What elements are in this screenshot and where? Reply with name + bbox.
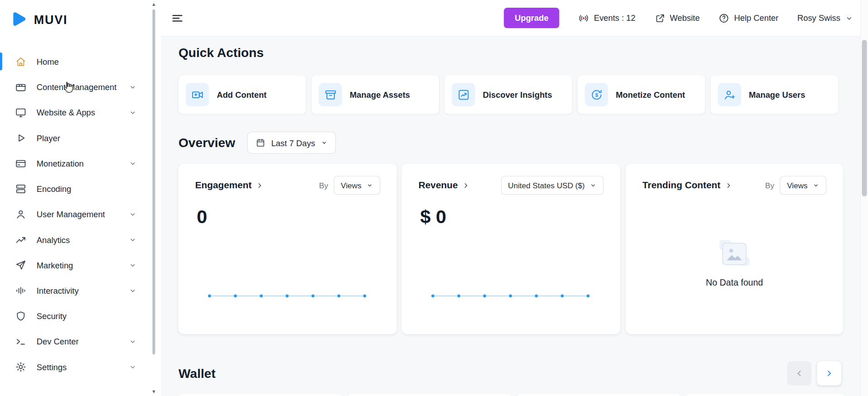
wallet-prev-button[interactable] <box>787 361 811 386</box>
sidebar-item-label: Monetization <box>37 158 84 168</box>
currency-dropdown[interactable]: United States USD ($) <box>501 176 603 195</box>
quick-action-label: Manage Users <box>749 90 805 100</box>
scroll-up-arrow-icon[interactable]: ▲ <box>147 2 161 7</box>
quick-action-discover-insights[interactable]: Discover Insights <box>444 75 572 114</box>
brand-logo[interactable]: MUVI <box>0 0 147 30</box>
quick-action-label: Add Content <box>217 90 266 100</box>
page-scrollbar-thumb[interactable] <box>862 40 867 196</box>
calendar-icon <box>256 138 265 148</box>
upgrade-button[interactable]: Upgrade <box>504 8 559 28</box>
revenue-value: $ 0 <box>420 206 603 228</box>
chevron-down-icon <box>366 182 373 189</box>
quick-actions-title: Quick Actions <box>178 45 264 60</box>
sidebar-item-label: Settings <box>37 362 67 372</box>
dollar-refresh-icon: $ <box>585 83 608 106</box>
wallet-next-button[interactable] <box>817 361 841 386</box>
chevron-down-icon <box>129 235 137 243</box>
wallet-title: Wallet <box>178 366 216 381</box>
sidebar-item-label: Security <box>37 311 67 320</box>
shield-icon <box>15 310 27 322</box>
sidebar-item-label: Player <box>37 133 60 143</box>
date-range-dropdown[interactable]: Last 7 Days <box>247 132 336 154</box>
views-filter-dropdown[interactable]: Views <box>780 176 826 195</box>
sidebar-item-encoding[interactable]: Encoding <box>0 176 147 201</box>
card-title: Engagement <box>195 180 252 191</box>
help-center-label: Help Center <box>734 13 778 23</box>
revenue-title-link[interactable]: Revenue <box>419 180 470 191</box>
waveform-icon <box>15 285 27 296</box>
sidebar-item-label: Encoding <box>37 184 72 193</box>
sidebar-item-website-apps[interactable]: Website & Apps <box>0 100 147 125</box>
chevron-down-icon <box>129 337 137 345</box>
quick-action-monetize-content[interactable]: $ Monetize Content <box>578 75 705 114</box>
play-icon <box>15 132 27 143</box>
no-data-text: No Data found <box>626 278 843 288</box>
wallet-card-stub <box>685 394 845 396</box>
brand-name: MUVI <box>34 13 68 27</box>
sidebar-item-home[interactable]: Home <box>0 49 147 74</box>
quick-action-label: Manage Assets <box>350 90 410 100</box>
chevron-down-icon <box>129 261 137 269</box>
chevron-down-icon <box>129 210 137 218</box>
views-filter-dropdown[interactable]: Views <box>333 176 380 195</box>
chevron-down-icon <box>813 182 820 189</box>
sidebar-item-player[interactable]: Player <box>0 125 147 150</box>
wallet-card-stub <box>178 394 342 396</box>
sidebar-scrollbar: ▲ ▼ <box>147 0 161 396</box>
trending-content-card: Trending Content By Views No Data found <box>626 164 843 334</box>
chevron-down-icon <box>129 286 137 294</box>
clapperboard-icon <box>15 81 27 93</box>
sidebar-item-interactivity[interactable]: Interactivity <box>0 277 147 303</box>
sidebar-item-marketing[interactable]: Marketing <box>0 252 147 277</box>
scroll-down-arrow-icon[interactable]: ▼ <box>147 389 161 394</box>
quick-action-label: Monetize Content <box>616 90 685 100</box>
sidebar: MUVI Home Content Management Website & A… <box>0 0 147 396</box>
sidebar-scrollbar-thumb[interactable] <box>152 10 155 355</box>
dropdown-value: Views <box>787 181 807 190</box>
quick-action-manage-users[interactable]: Manage Users <box>711 75 838 114</box>
quick-actions-row: Add Content Manage Assets Discover Insig… <box>178 75 838 114</box>
overview-header: Overview Last 7 Days <box>178 132 336 154</box>
external-link-icon <box>654 12 665 23</box>
chevron-down-icon <box>129 108 137 116</box>
revenue-card: Revenue United States USD ($) $ 0 <box>402 164 620 334</box>
user-menu[interactable]: Rosy Swiss <box>797 13 854 23</box>
page-scrollbar <box>860 0 868 396</box>
svg-text:$: $ <box>595 92 598 97</box>
chevron-down-icon <box>321 139 328 146</box>
user-icon <box>15 208 27 220</box>
chevron-down-icon <box>845 14 854 23</box>
quick-action-manage-assets[interactable]: Manage Assets <box>312 75 439 114</box>
card-title: Revenue <box>419 180 458 191</box>
sidebar-item-label: User Management <box>37 210 105 219</box>
broadcast-icon <box>579 12 589 23</box>
engagement-title-link[interactable]: Engagement <box>195 180 264 191</box>
dropdown-value: Views <box>341 181 361 190</box>
sidebar-item-settings[interactable]: Settings <box>0 354 147 379</box>
sidebar-item-user-management[interactable]: User Management <box>0 201 147 227</box>
sidebar-item-analytics[interactable]: Analytics <box>0 227 147 252</box>
top-bar-actions: Upgrade Events : 12 Website Help Center <box>504 8 854 28</box>
chevron-down-icon <box>129 83 137 91</box>
paper-plane-icon <box>15 259 27 271</box>
events-button[interactable]: Events : 12 <box>579 12 636 23</box>
quick-action-label: Discover Insights <box>483 90 552 100</box>
trending-content-title-link[interactable]: Trending Content <box>642 180 733 191</box>
wallet-card-stub <box>516 394 680 396</box>
by-label: By <box>765 181 774 190</box>
hamburger-menu-icon[interactable] <box>171 11 184 24</box>
sidebar-item-content-management[interactable]: Content Management <box>0 74 147 100</box>
main-content: Quick Actions Add Content Manage Assets … <box>161 37 860 396</box>
quick-action-add-content[interactable]: Add Content <box>178 75 306 114</box>
overview-title: Overview <box>178 135 235 150</box>
help-center-link[interactable]: Help Center <box>719 12 778 23</box>
question-circle-icon <box>719 12 729 23</box>
sidebar-item-security[interactable]: Security <box>0 303 147 329</box>
website-link[interactable]: Website <box>654 12 699 23</box>
sidebar-item-label: Analytics <box>37 235 70 244</box>
dropdown-value: United States USD ($) <box>508 181 584 190</box>
archive-box-icon <box>319 83 342 106</box>
sidebar-item-label: Dev Center <box>37 337 79 346</box>
sidebar-item-monetization[interactable]: Monetization <box>0 150 147 176</box>
sidebar-item-dev-center[interactable]: Dev Center <box>0 329 147 354</box>
